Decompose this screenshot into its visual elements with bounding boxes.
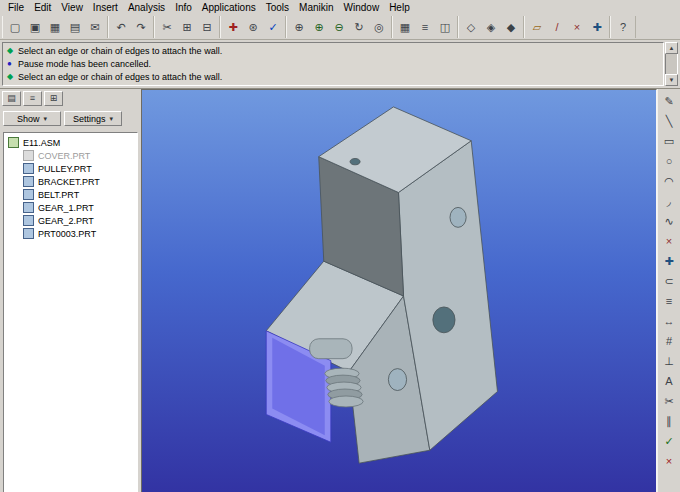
prompt-diamond-icon: ◆ [7,72,18,81]
layers-icon[interactable]: ≡ [415,18,435,37]
display-wireframe-icon[interactable]: ◇ [461,18,481,37]
menu-view[interactable]: View [56,1,88,14]
menu-applications[interactable]: Applications [197,1,261,14]
done-tool-icon[interactable]: ✓ [660,431,679,451]
toolbar-group: ▢▣▦▤✉ [2,16,108,38]
message-text: Select an edge or chain of edges to atta… [18,46,222,56]
datum-point-icon[interactable]: × [567,18,587,37]
scroll-up-icon[interactable]: ▲ [665,42,678,54]
layer-tree-toggle-icon[interactable]: ≡ [23,91,42,106]
tree-item-label: BRACKET.PRT [38,177,100,187]
rectangle-tool-icon[interactable]: ▭ [660,131,679,151]
tree-item[interactable]: PULLEY.PRT [8,162,137,175]
line-tool-icon[interactable]: ╲ [660,111,679,131]
message-area: ◆Select an edge or chain of edges to att… [0,40,680,89]
menu-window[interactable]: Window [339,1,385,14]
tree-item[interactable]: GEAR_1.PRT [8,201,137,214]
menu-edit[interactable]: Edit [29,1,56,14]
quit-tool-icon[interactable]: × [660,451,679,471]
viewport[interactable] [141,89,657,492]
email-icon[interactable]: ✉ [85,18,105,37]
part-icon [23,228,34,239]
sketch-tool-icon[interactable]: ✎ [660,91,679,111]
show-label: Show [17,114,40,124]
circle-tool-icon[interactable]: ○ [660,151,679,171]
tree-item[interactable]: BRACKET.PRT [8,175,137,188]
spin-center-icon[interactable]: ⊕ [289,18,309,37]
toolbar-group: ▱/×✚ [524,16,610,38]
zoom-out-icon[interactable]: ⊖ [329,18,349,37]
repaint-icon[interactable]: ◎ [369,18,389,37]
tree-root-item[interactable]: E11.ASM [8,136,137,149]
datum-plane-icon[interactable]: ▱ [527,18,547,37]
tree-item[interactable]: COVER.PRT [8,149,137,162]
print-icon[interactable]: ▤ [65,18,85,37]
select-check-icon[interactable]: ✓ [263,18,283,37]
use-edge-tool-icon[interactable]: ⊂ [660,271,679,291]
paste-icon[interactable]: ⊟ [197,18,217,37]
menu-manikin[interactable]: Manikin [294,1,338,14]
refit-icon[interactable]: ↻ [349,18,369,37]
tree-item[interactable]: BELT.PRT [8,188,137,201]
model-top-hole[interactable] [350,158,360,164]
modify-tool-icon[interactable]: # [660,331,679,351]
menu-insert[interactable]: Insert [88,1,123,14]
constraint-tool-icon[interactable]: ⊥ [660,351,679,371]
mirror-tool-icon[interactable]: ∥ [660,411,679,431]
message-scrollbar[interactable]: ▲ ▼ [665,42,678,86]
arc-tool-icon[interactable]: ◠ [660,171,679,191]
tree-item-label: GEAR_1.PRT [38,203,94,213]
toolbar-group: ⊕⊕⊖↻◎ [286,16,392,38]
prompt-diamond-icon: ◆ [7,46,18,55]
part-icon [23,150,34,161]
navigator-panel: ▤≡⊞ Show ▾ Settings ▾ E11.ASM COVER.PRTP… [0,89,141,492]
csys-tool-icon[interactable]: ✚ [660,251,679,271]
menu-bar: FileEditViewInsertAnalysisInfoApplicatio… [0,0,680,15]
settings-dropdown[interactable]: Settings ▾ [64,111,122,126]
display-hidden-line-icon[interactable]: ◈ [481,18,501,37]
view-manager-icon[interactable]: ◫ [435,18,455,37]
model-tree-toggle-icon[interactable]: ▤ [2,91,21,106]
scroll-down-icon[interactable]: ▼ [665,74,678,86]
text-tool-icon[interactable]: A [660,371,679,391]
tree-item-label: GEAR_2.PRT [38,216,94,226]
search-icon[interactable]: ⊛ [243,18,263,37]
tree-item-label: COVER.PRT [38,151,90,161]
help-icon[interactable]: ? [613,18,633,37]
menu-help[interactable]: Help [384,1,415,14]
saved-views-icon[interactable]: ▦ [395,18,415,37]
model-upper-hole[interactable] [450,207,466,227]
tree-item[interactable]: GEAR_2.PRT [8,214,137,227]
part-icon [23,215,34,226]
zoom-in-icon[interactable]: ⊕ [309,18,329,37]
scrollbar-track[interactable] [665,54,678,74]
undo-icon[interactable]: ↶ [111,18,131,37]
menu-tools[interactable]: Tools [261,1,294,14]
assembly-icon [8,137,19,148]
dimension-tool-icon[interactable]: ↔ [660,311,679,331]
regenerate-icon[interactable]: ✚ [223,18,243,37]
menu-info[interactable]: Info [170,1,197,14]
save-file-icon[interactable]: ▦ [45,18,65,37]
fillet-tool-icon[interactable]: ◞ [660,191,679,211]
open-file-icon[interactable]: ▣ [25,18,45,37]
copy-icon[interactable]: ⊞ [177,18,197,37]
model-middle-hole[interactable] [433,307,455,333]
folder-browser-icon[interactable]: ⊞ [44,91,63,106]
point-tool-icon[interactable]: × [660,231,679,251]
menu-file[interactable]: File [3,1,29,14]
trim-tool-icon[interactable]: ✂ [660,391,679,411]
tree-item[interactable]: PRT0003.PRT [8,227,137,240]
show-dropdown[interactable]: Show ▾ [3,111,61,126]
spline-tool-icon[interactable]: ∿ [660,211,679,231]
datum-csys-icon[interactable]: ✚ [587,18,607,37]
new-file-icon[interactable]: ▢ [5,18,25,37]
model-lower-hole[interactable] [388,369,406,391]
display-shaded-icon[interactable]: ◆ [501,18,521,37]
offset-edge-tool-icon[interactable]: ≡ [660,291,679,311]
redo-icon[interactable]: ↷ [131,18,151,37]
datum-axis-icon[interactable]: / [547,18,567,37]
cut-icon[interactable]: ✂ [157,18,177,37]
menu-analysis[interactable]: Analysis [123,1,170,14]
toolbar-group: ◇◈◆ [458,16,524,38]
